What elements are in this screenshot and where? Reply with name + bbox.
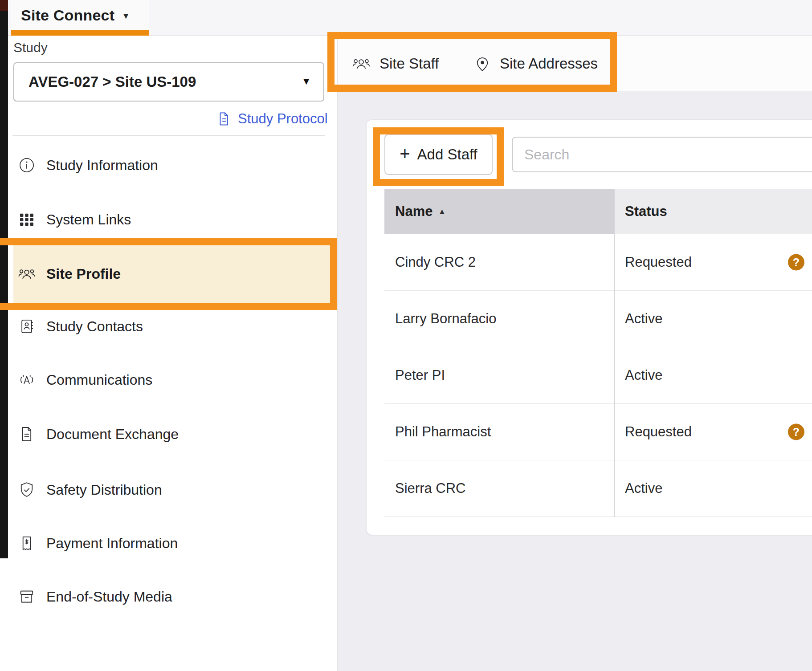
status-cell: Active bbox=[614, 347, 812, 403]
site-connect-menu[interactable]: Site Connect ▼ bbox=[11, 0, 149, 30]
table-row[interactable]: Cindy CRC 2 Requested ? bbox=[384, 234, 812, 291]
sidebar-item-study-information[interactable]: Study Information bbox=[17, 147, 336, 183]
screen-edge-cap bbox=[0, 0, 8, 11]
antenna-icon bbox=[17, 370, 37, 390]
name-cell: Phil Pharmacist bbox=[384, 404, 614, 460]
study-protocol-link[interactable]: Study Protocol bbox=[216, 109, 328, 129]
grid-icon bbox=[17, 210, 37, 229]
plus-icon: + bbox=[400, 145, 410, 163]
table-header-row: Name ▲ Status bbox=[384, 189, 812, 234]
document-icon bbox=[216, 111, 232, 127]
column-header-name-label: Name bbox=[395, 203, 433, 220]
sidebar-item-end-of-study-media[interactable]: End-of-Study Media bbox=[17, 578, 336, 615]
sidebar-item-safety-distribution[interactable]: Safety Distribution bbox=[17, 472, 336, 508]
staff-table: Name ▲ Status Cindy CRC 2 Requested ? La… bbox=[384, 189, 812, 517]
active-tab-underline bbox=[11, 30, 149, 36]
add-staff-button[interactable]: + Add Staff bbox=[384, 134, 493, 175]
sidebar-item-label: Payment Information bbox=[46, 535, 178, 552]
tab-site-addresses-label: Site Addresses bbox=[500, 55, 598, 72]
status-cell: Active bbox=[614, 460, 812, 516]
sidebar: Study AVEG-027 > Site US-109 ▼ Study Pro… bbox=[8, 36, 338, 671]
document-icon bbox=[17, 424, 37, 444]
site-connect-label: Site Connect bbox=[21, 7, 114, 24]
shield-check-icon bbox=[17, 480, 37, 500]
column-header-status-label: Status bbox=[625, 203, 667, 220]
status-cell: Requested bbox=[614, 404, 812, 460]
status-cell: Active bbox=[614, 291, 812, 347]
table-row[interactable]: Larry Bornafacio Active bbox=[384, 291, 812, 347]
screen-edge-strip bbox=[0, 0, 8, 558]
sidebar-item-communications[interactable]: Communications bbox=[17, 362, 336, 398]
search-input[interactable] bbox=[512, 137, 812, 172]
sidebar-item-payment-information[interactable]: Payment Information bbox=[17, 525, 336, 561]
table-row[interactable]: Phil Pharmacist Requested ? bbox=[384, 404, 812, 460]
app-window: Site Connect ▼ Site Staff bbox=[0, 0, 812, 671]
sidebar-item-label: Document Exchange bbox=[46, 426, 179, 443]
contact-card-icon bbox=[17, 317, 37, 336]
chevron-down-icon: ▼ bbox=[122, 11, 130, 21]
column-header-name[interactable]: Name ▲ bbox=[384, 189, 614, 234]
column-header-status[interactable]: Status bbox=[614, 189, 812, 234]
chevron-down-icon: ▼ bbox=[302, 76, 311, 87]
sidebar-item-document-exchange[interactable]: Document Exchange bbox=[17, 416, 336, 452]
tab-site-staff[interactable]: Site Staff bbox=[351, 36, 439, 91]
groups-icon bbox=[351, 53, 371, 74]
tab-bar: Site Staff Site Addresses bbox=[338, 36, 812, 91]
sidebar-item-label: System Links bbox=[46, 211, 131, 228]
groups-icon bbox=[17, 264, 37, 284]
sidebar-item-label: Safety Distribution bbox=[46, 482, 162, 498]
tab-site-staff-label: Site Staff bbox=[379, 55, 439, 72]
info-icon bbox=[17, 155, 37, 175]
sidebar-item-site-profile[interactable]: Site Profile bbox=[17, 256, 336, 292]
sidebar-item-label: Study Contacts bbox=[46, 318, 143, 335]
study-selector-value: AVEG-027 > Site US-109 bbox=[29, 73, 196, 90]
sidebar-item-system-links[interactable]: System Links bbox=[17, 201, 336, 238]
site-staff-panel: + Add Staff Name ▲ Status Cindy CRC 2 Re… bbox=[366, 119, 812, 535]
tab-site-addresses[interactable]: Site Addresses bbox=[473, 36, 598, 91]
archive-box-icon bbox=[17, 587, 37, 606]
sort-asc-icon: ▲ bbox=[438, 207, 446, 216]
top-bar: Site Connect ▼ bbox=[0, 0, 812, 36]
table-row[interactable]: Peter PI Active bbox=[384, 347, 812, 404]
table-row[interactable]: Sierra CRC Active bbox=[384, 460, 812, 517]
column-divider bbox=[614, 189, 615, 517]
name-cell: Peter PI bbox=[384, 347, 614, 403]
sidebar-item-label: Study Information bbox=[46, 157, 158, 174]
study-label: Study bbox=[13, 40, 48, 55]
sidebar-item-label: End-of-Study Media bbox=[46, 589, 172, 605]
sidebar-divider bbox=[12, 135, 325, 136]
study-protocol-label: Study Protocol bbox=[238, 111, 328, 127]
help-icon[interactable]: ? bbox=[788, 424, 804, 440]
status-cell: Requested bbox=[614, 234, 812, 290]
name-cell: Cindy CRC 2 bbox=[384, 234, 614, 290]
name-cell: Sierra CRC bbox=[384, 460, 614, 516]
location-pin-icon bbox=[473, 54, 492, 73]
help-icon[interactable]: ? bbox=[788, 254, 804, 271]
add-staff-label: Add Staff bbox=[417, 146, 477, 163]
search-field-wrap bbox=[512, 137, 812, 172]
sidebar-item-label: Site Profile bbox=[46, 266, 121, 282]
receipt-dollar-icon bbox=[17, 533, 37, 553]
sidebar-item-study-contacts[interactable]: Study Contacts bbox=[17, 308, 336, 345]
study-selector[interactable]: AVEG-027 > Site US-109 ▼ bbox=[13, 62, 324, 102]
sidebar-item-label: Communications bbox=[46, 372, 152, 388]
name-cell: Larry Bornafacio bbox=[384, 291, 614, 347]
